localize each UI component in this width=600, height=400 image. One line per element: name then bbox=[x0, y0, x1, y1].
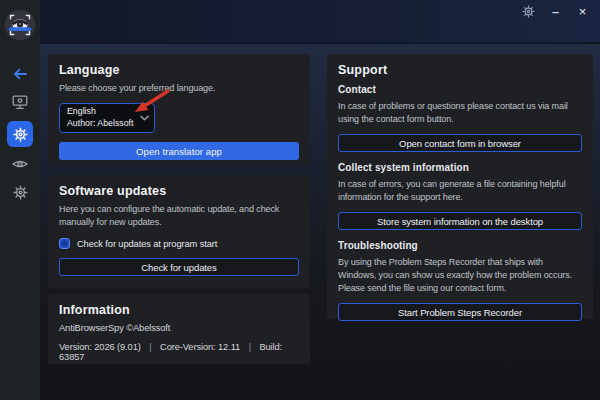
version-text: Version: 2026 (9.01) bbox=[59, 342, 141, 352]
close-button[interactable]: × bbox=[575, 4, 590, 19]
settings-gear-icon bbox=[13, 127, 28, 142]
contact-description: In case of problems or questions please … bbox=[338, 100, 582, 126]
information-panel: Information AntiBrowserSpy ©Abelssoft Ve… bbox=[48, 294, 310, 364]
sidebar-item-scan[interactable] bbox=[0, 90, 40, 114]
support-panel: Support Contact In case of problems or q… bbox=[327, 54, 593, 319]
core-version-text: Core-Version: 12.11 bbox=[160, 342, 240, 352]
software-updates-description: Here you can configure the automatic upd… bbox=[59, 203, 299, 229]
titlebar-settings-button[interactable] bbox=[521, 4, 536, 19]
sidebar-item-settings-active[interactable] bbox=[7, 121, 33, 147]
store-system-info-button[interactable]: Store system information on the desktop bbox=[338, 212, 582, 230]
language-panel: Language Please choose your preferred la… bbox=[48, 54, 310, 166]
language-dropdown-line2: Author: Abelssoft bbox=[67, 118, 138, 130]
settings-gear-icon bbox=[522, 5, 535, 18]
monitor-eye-icon bbox=[12, 95, 28, 110]
version-separator: | bbox=[249, 342, 251, 352]
contact-subtitle: Contact bbox=[338, 84, 582, 95]
language-dropdown-line1: English bbox=[67, 106, 138, 118]
language-description: Please choose your preferred language. bbox=[59, 82, 299, 95]
language-title: Language bbox=[59, 63, 299, 77]
back-arrow-icon bbox=[12, 68, 28, 80]
check-updates-button[interactable]: Check for updates bbox=[59, 258, 299, 276]
system-info-description: In case of errors, you can generate a fi… bbox=[338, 178, 582, 204]
eye-icon bbox=[12, 158, 28, 170]
open-contact-form-button[interactable]: Open contact form in browser bbox=[338, 134, 582, 152]
version-line: Version: 2026 (9.01) | Core-Version: 12.… bbox=[59, 342, 299, 362]
gear-icon bbox=[13, 185, 28, 200]
language-dropdown-value: English Author: Abelssoft bbox=[67, 106, 138, 130]
software-updates-title: Software updates bbox=[59, 184, 299, 198]
minimize-button[interactable]: – bbox=[548, 4, 563, 19]
open-translator-button[interactable]: Open translator app bbox=[59, 142, 299, 160]
information-title: Information bbox=[59, 303, 299, 317]
main-content: Language Please choose your preferred la… bbox=[40, 44, 600, 400]
troubleshooting-description: By using the Problem Steps Recorder that… bbox=[338, 256, 582, 295]
app-window: – × Language Please choose your preferre… bbox=[0, 0, 600, 400]
copyright-text: AntiBrowserSpy ©Abelssoft bbox=[59, 323, 299, 333]
start-steps-recorder-button[interactable]: Start Problem Steps Recorder bbox=[338, 303, 582, 321]
app-logo-eye-icon bbox=[2, 7, 38, 43]
updates-checkbox-row[interactable]: Check for updates at program start bbox=[59, 238, 299, 249]
updates-checkbox-label: Check for updates at program start bbox=[77, 239, 217, 249]
updates-checkbox[interactable] bbox=[59, 238, 70, 249]
sidebar bbox=[0, 0, 40, 400]
version-separator: | bbox=[149, 342, 151, 352]
support-title: Support bbox=[338, 63, 582, 77]
sidebar-item-extras[interactable] bbox=[0, 180, 40, 204]
software-updates-panel: Software updates Here you can configure … bbox=[48, 175, 310, 288]
system-info-subtitle: Collect system information bbox=[338, 162, 582, 173]
troubleshooting-subtitle: Troubleshooting bbox=[338, 240, 582, 251]
sidebar-back-button[interactable] bbox=[0, 62, 40, 86]
language-dropdown[interactable]: English Author: Abelssoft bbox=[59, 103, 155, 133]
chevron-down-icon bbox=[140, 115, 149, 121]
sidebar-item-privacy[interactable] bbox=[0, 152, 40, 176]
titlebar: – × bbox=[40, 0, 600, 44]
